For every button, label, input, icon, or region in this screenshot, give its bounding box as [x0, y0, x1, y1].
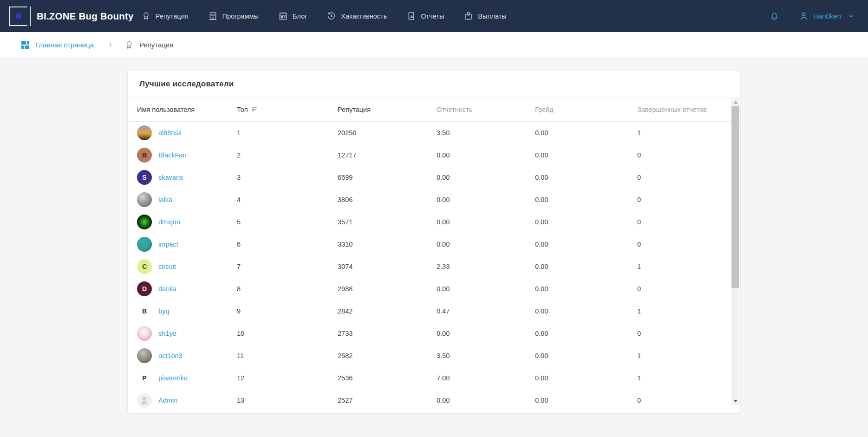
completed-cell: 0 — [637, 241, 721, 248]
completed-cell: 0 — [637, 397, 721, 404]
reporting-cell: 0.00 — [437, 174, 535, 181]
table-row: Admin 13 2527 0.00 0.00 0 — [128, 389, 740, 411]
completed-cell: 0 — [637, 285, 721, 293]
table-row: B byq 9 2842 0.47 0.00 1 — [128, 300, 740, 322]
reporting-cell: 0.00 — [437, 330, 535, 337]
user-avatar — [137, 125, 152, 140]
top-cell: 1 — [237, 129, 338, 137]
completed-cell: 1 — [637, 263, 721, 270]
nav-item-programs[interactable]: Программы — [208, 11, 259, 21]
completed-cell: 0 — [637, 330, 721, 337]
brand-logo[interactable]: BI.ZONE Bug Bounty — [9, 7, 134, 26]
top-cell: 11 — [237, 352, 338, 359]
top-cell: 4 — [237, 196, 338, 203]
user-avatar — [137, 215, 152, 229]
card-title: Лучшие исследователи — [139, 79, 234, 89]
username-link[interactable]: dmxjon — [158, 218, 180, 226]
notifications-bell-icon[interactable] — [769, 11, 780, 21]
main-nav: Репутация Программы Блог Хакактивность О… — [141, 11, 507, 21]
breadcrumb-chevron-icon — [107, 41, 114, 48]
scrollbar-up-arrow[interactable] — [731, 98, 739, 106]
column-header[interactable]: Имя пользователя — [137, 106, 237, 113]
completed-cell: 0 — [637, 174, 721, 181]
user-avatar: B — [137, 304, 152, 319]
username-link[interactable]: act1on3 — [158, 352, 183, 359]
column-header[interactable]: Отчетность — [437, 106, 535, 113]
column-header[interactable]: Репутация — [338, 106, 437, 113]
username-link[interactable]: skavans — [158, 174, 183, 181]
grade-cell: 0.00 — [535, 374, 637, 382]
username-link[interactable]: BlackFan — [158, 151, 186, 159]
newspaper-icon — [278, 11, 288, 21]
page-content: Лучшие исследователи Имя пользователя То… — [0, 58, 868, 413]
table-row: dmxjon 5 3571 0.00 0.00 0 — [128, 211, 740, 233]
top-cell: 8 — [237, 285, 338, 293]
nav-item-reports[interactable]: Отчеты — [406, 11, 444, 21]
nav-item-hacktivity[interactable]: Хакактивность — [326, 11, 387, 21]
reputation-cell: 2733 — [338, 330, 437, 337]
username-link[interactable]: impact — [158, 241, 178, 248]
table-row: act1on3 11 2582 3.50 0.00 1 — [128, 345, 740, 367]
table-header-row: Имя пользователя Топ Репутация Отчетност… — [128, 98, 740, 122]
grade-cell: 0.00 — [535, 330, 637, 337]
top-cell: 10 — [237, 330, 338, 337]
reputation-cell: 3806 — [338, 196, 437, 203]
dashboard-grid-icon[interactable] — [20, 39, 31, 50]
scrollbar-down-arrow[interactable] — [731, 397, 739, 405]
top-cell: 9 — [237, 307, 338, 315]
top-cell: 12 — [237, 374, 338, 382]
completed-cell: 1 — [637, 374, 721, 382]
card-header: Лучшие исследователи — [128, 71, 740, 98]
username-link[interactable]: danila — [158, 285, 176, 293]
nav-item-payouts[interactable]: Выплаты — [463, 11, 506, 21]
grade-cell: 0.00 — [535, 307, 637, 315]
user-avatar: D — [137, 281, 152, 296]
scrollbar-track[interactable] — [731, 106, 739, 397]
username-link[interactable]: pisarenko — [158, 374, 188, 382]
user-menu[interactable]: Han0ken — [798, 11, 855, 21]
user-avatar: P — [137, 371, 152, 385]
top-cell: 7 — [237, 263, 338, 270]
reporting-cell: 7.00 — [437, 374, 535, 382]
column-header[interactable]: Топ — [237, 106, 338, 113]
completed-cell: 0 — [637, 218, 721, 226]
completed-cell: 0 — [637, 196, 721, 203]
table-row: P pisarenko 12 2536 7.00 0.00 1 — [128, 367, 740, 389]
completed-cell: 1 — [637, 129, 721, 137]
brand-title: BI.ZONE Bug Bounty — [37, 11, 134, 22]
reputation-cell: 6599 — [338, 174, 437, 181]
breadcrumb: Главная страница Репутация — [0, 32, 868, 58]
completed-cell: 0 — [637, 151, 721, 159]
column-header[interactable]: Завершенных отчетов — [637, 106, 721, 113]
reporting-cell: 0.00 — [437, 151, 535, 159]
reputation-cell: 20250 — [338, 129, 437, 137]
username-link[interactable]: sh1yo — [158, 330, 176, 337]
table-row: C circuit 7 3074 2.33 0.00 1 — [128, 255, 740, 278]
completed-cell: 1 — [637, 307, 721, 315]
breadcrumb-home-link[interactable]: Главная страница — [35, 41, 94, 49]
username-link[interactable]: al88nsk — [158, 129, 182, 137]
nav-item-blog[interactable]: Блог — [278, 11, 307, 21]
column-header[interactable]: Грейд — [535, 106, 637, 113]
top-cell: 3 — [237, 174, 338, 181]
navbar-right: Han0ken — [769, 11, 855, 21]
username-link[interactable]: byq — [158, 307, 169, 315]
nav-item-reputation[interactable]: Репутация — [141, 11, 189, 21]
table-row: impact 6 3310 0.00 0.00 0 — [128, 233, 740, 255]
username-link[interactable]: lalka — [158, 196, 172, 203]
table-row: S skavans 3 6599 0.00 0.00 0 — [128, 166, 740, 189]
grade-cell: 0.00 — [535, 129, 637, 137]
medal-icon — [141, 11, 151, 21]
grade-cell: 0.00 — [535, 151, 637, 159]
sort-icon — [252, 106, 259, 113]
report-icon — [406, 11, 416, 21]
history-icon — [326, 11, 336, 21]
wallet-icon — [463, 11, 473, 21]
table-row: sh1yo 10 2733 0.00 0.00 0 — [128, 322, 740, 345]
user-avatar: C — [137, 259, 152, 274]
username-link[interactable]: circuit — [158, 263, 176, 270]
table-body: al88nsk 1 20250 3.50 0.00 1 B BlackFan 2… — [128, 122, 740, 412]
scrollbar-thumb[interactable] — [731, 106, 739, 288]
username-link[interactable]: Admin — [158, 397, 177, 404]
reputation-cell: 2988 — [338, 285, 437, 293]
